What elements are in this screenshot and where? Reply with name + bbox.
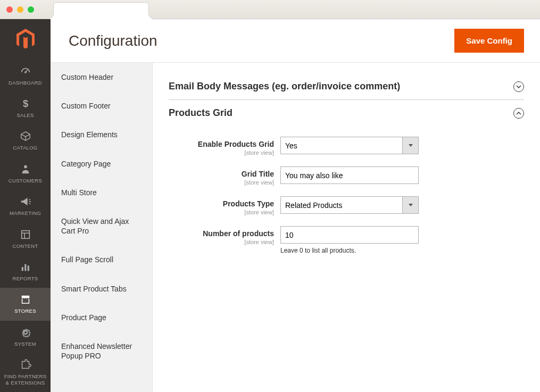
bars-icon [19,261,32,273]
browser-tab[interactable] [53,2,149,19]
config-nav-item[interactable]: Full Page Scroll [51,245,152,274]
enable-products-grid-select[interactable]: Yes [280,137,419,154]
svg-rect-5 [24,264,26,271]
field-label: Number of products [169,229,274,238]
config-nav-item[interactable]: Custom Footer [51,91,152,120]
select-value: Related Products [280,196,403,214]
section-title: Products Grid [169,107,232,119]
sidebar-item-catalog[interactable]: CATALOG [0,124,51,157]
config-nav-item[interactable]: Enhanced Newsletter Popup PRO [51,332,152,370]
config-nav-item[interactable]: Design Elements [51,120,152,149]
sidebar-label: CONTENT [12,243,38,249]
sidebar-item-reports[interactable]: REPORTS [0,255,51,288]
section-header-email-body[interactable]: Email Body Messages (eg. order/invoice c… [169,73,524,99]
minimize-window-icon[interactable] [17,6,23,13]
field-number-of-products: Number of products [store view] Leave 0 … [169,226,524,254]
save-config-button[interactable]: Save Config [454,29,524,53]
select-dropdown-button[interactable] [403,137,419,154]
chevron-down-icon [513,81,524,92]
field-scope: [store view] [169,209,274,215]
sidebar-item-dashboard[interactable]: DASHBOARD [0,60,51,92]
section-title: Email Body Messages (eg. order/invoice c… [169,81,400,92]
config-nav-item[interactable]: Custom Header [51,63,152,91]
svg-rect-3 [21,230,29,238]
sidebar-label: REPORTS [13,276,38,281]
field-label: Products Type [169,199,274,208]
field-scope: [store view] [169,179,274,186]
section-products-grid: Products Grid Enable Products Grid [stor… [169,100,524,280]
select-value: Yes [280,137,403,154]
config-nav-item[interactable]: Category Page [51,149,152,178]
section-email-body: Email Body Messages (eg. order/invoice c… [169,73,524,100]
sidebar-label: SALES [16,112,34,118]
config-nav-item[interactable]: Multi Store [51,178,152,207]
sidebar-label: SYSTEM [14,341,36,347]
sidebar-label: STORES [14,308,36,314]
dollar-icon: $ [19,97,32,110]
gauge-icon [19,65,32,78]
select-dropdown-button[interactable] [403,196,419,214]
traffic-lights [6,6,34,13]
field-label: Enable Products Grid [169,140,274,148]
sidebar-item-sales[interactable]: $SALES [0,92,51,124]
svg-rect-6 [27,265,29,271]
field-scope: [store view] [169,149,274,156]
sidebar-item-marketing[interactable]: MARKETING [0,190,51,222]
svg-point-7 [24,331,27,334]
sidebar-label: DASHBOARD [9,80,42,86]
config-nav-item[interactable]: Product Page [51,303,152,332]
megaphone-icon [19,195,32,208]
sidebar-label: MARKETING [10,210,41,216]
config-nav-item[interactable]: Smart Product Tabs [51,274,152,303]
svg-text:$: $ [22,98,28,110]
svg-point-2 [24,165,27,168]
sidebar-label: FIND PARTNERS & EXTENSIONS [2,373,48,386]
products-type-select[interactable]: Related Products [280,196,419,214]
config-nav-item[interactable]: Quick View and Ajax Cart Pro [51,207,152,245]
field-grid-title: Grid Title [store view] [169,166,524,186]
config-nav: Custom HeaderCustom FooterDesign Element… [51,63,153,392]
chevron-up-icon [513,108,524,119]
number-of-products-input[interactable] [280,226,419,244]
gear-icon [19,326,32,339]
sidebar-item-stores[interactable]: STORES [0,288,51,320]
store-icon [19,293,32,306]
sidebar-label: CUSTOMERS [9,178,42,184]
svg-rect-4 [21,267,23,271]
box-icon [19,130,32,143]
page-header: Configuration Save Config [51,19,540,62]
layout-icon [19,228,32,241]
browser-chrome [0,0,540,19]
field-scope: [store view] [169,239,274,245]
field-note: Leave 0 to list all products. [280,247,419,254]
close-window-icon[interactable] [6,6,13,13]
person-icon [19,163,32,176]
sidebar-item-system[interactable]: SYSTEM [0,321,51,353]
magento-logo[interactable] [0,19,51,60]
sidebar-label: CATALOG [13,145,37,151]
section-header-products-grid[interactable]: Products Grid [169,100,524,126]
sidebar-item-find-partners-extensions[interactable]: FIND PARTNERS & EXTENSIONS [0,353,51,392]
field-enable-products-grid: Enable Products Grid [store view] Yes [169,137,524,156]
config-panel: Email Body Messages (eg. order/invoice c… [153,63,540,392]
svg-point-0 [24,71,26,72]
maximize-window-icon[interactable] [28,6,34,13]
field-label: Grid Title [169,170,274,178]
sidebar-item-customers[interactable]: CUSTOMERS [0,157,51,190]
grid-title-input[interactable] [280,166,419,184]
puzzle-icon [19,358,32,371]
field-products-type: Products Type [store view] Related Produ… [169,196,524,215]
page-title: Configuration [69,32,157,49]
admin-sidebar: DASHBOARD$SALESCATALOGCUSTOMERSMARKETING… [0,19,51,392]
sidebar-item-content[interactable]: CONTENT [0,223,51,255]
